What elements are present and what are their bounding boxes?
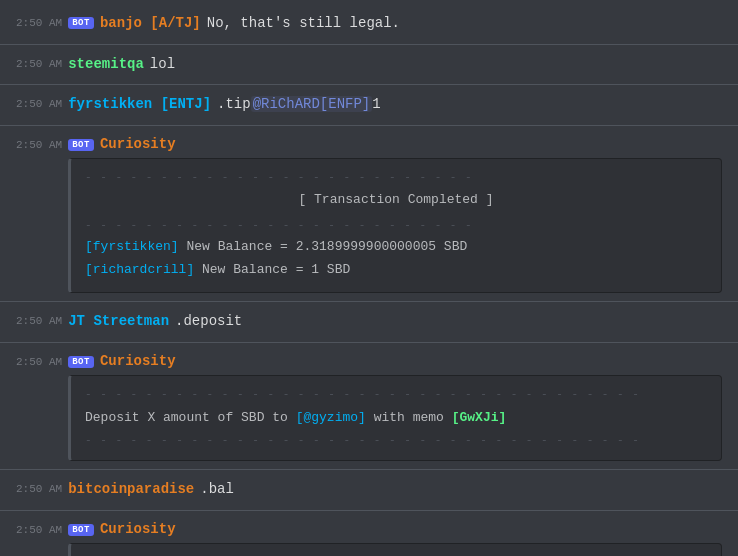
- message-row-2: 2:50 AM steemitqa lol: [16, 53, 722, 77]
- message-content-3b: 1: [372, 95, 380, 115]
- message-group-8: 2:50 AM BOT Curiosity Your Current Balan…: [0, 515, 738, 556]
- divider-3: [0, 125, 738, 126]
- divider-4: [0, 301, 738, 302]
- message-inline-2: steemitqa lol: [68, 55, 175, 75]
- timestamp-8: 2:50 AM: [16, 524, 62, 536]
- bot-badge-6: BOT: [68, 356, 94, 368]
- separator-mid: - - - - - - - - - - - - - - - - - - - - …: [85, 217, 707, 235]
- username-7: bitcoinparadise: [68, 481, 194, 497]
- mention-1: @RiChARD[ENFP]: [251, 96, 373, 112]
- message-row-7: 2:50 AM bitcoinparadise .bal: [16, 478, 722, 502]
- username-3: fyrstikken [ENTJ]: [68, 96, 211, 112]
- username-5: JT Streetman: [68, 313, 169, 329]
- message-inline-7: bitcoinparadise .bal: [68, 480, 234, 500]
- message-row-1: 2:50 AM BOT banjo [A/TJ] No, that's stil…: [16, 12, 722, 36]
- message-row-6: 2:50 AM BOT Curiosity: [16, 351, 722, 371]
- timestamp-6: 2:50 AM: [16, 356, 62, 368]
- message-group-2: 2:50 AM steemitqa lol: [0, 49, 738, 81]
- balance-text-1: New Balance = 2.3189999900000005 SBD: [179, 239, 468, 254]
- deposit-address: [@gyzimo]: [296, 410, 366, 425]
- balance-name-2: [richardcrill]: [85, 262, 194, 277]
- balance-line-1: [fyrstikken] New Balance = 2.31899999000…: [85, 237, 707, 258]
- divider-6: [0, 469, 738, 470]
- message-content-7: .bal: [200, 480, 234, 500]
- transaction-embed: - - - - - - - - - - - - - - - - - - - - …: [68, 158, 722, 294]
- bot-badge-1: BOT: [68, 17, 94, 29]
- bot-badge-4: BOT: [68, 139, 94, 151]
- divider-7: [0, 510, 738, 511]
- message-group-3: 2:50 AM fyrstikken [ENTJ] .tip @RiChARD[…: [0, 89, 738, 121]
- message-content-2: lol: [150, 55, 175, 75]
- timestamp-2: 2:50 AM: [16, 58, 62, 70]
- deposit-line: Deposit X amount of SBD to [@gyzimo] wit…: [85, 408, 707, 429]
- message-group-1: 2:50 AM BOT banjo [A/TJ] No, that's stil…: [0, 8, 738, 40]
- message-inline-5: JT Streetman .deposit: [68, 312, 242, 332]
- username-2: steemitqa: [68, 56, 144, 72]
- deposit-text-a: Deposit X amount of SBD to: [85, 410, 296, 425]
- timestamp-1: 2:50 AM: [16, 17, 62, 29]
- username-8: Curiosity: [100, 521, 176, 537]
- message-group-7: 2:50 AM bitcoinparadise .bal: [0, 474, 738, 506]
- message-group-6: 2:50 AM BOT Curiosity - - - - - - - - - …: [0, 347, 738, 465]
- message-content-1: No, that's still legal.: [207, 14, 400, 34]
- balance-embed: Your Current Balance = [ 0 SBD ]: [68, 543, 722, 556]
- balance-text-2: New Balance = 1 SBD: [194, 262, 350, 277]
- message-content-3: .tip: [217, 95, 251, 115]
- username-1: banjo [A/TJ]: [100, 15, 201, 31]
- deposit-memo: [GwXJi]: [452, 410, 507, 425]
- message-group-5: 2:50 AM JT Streetman .deposit: [0, 306, 738, 338]
- message-group-4: 2:50 AM BOT Curiosity - - - - - - - - - …: [0, 130, 738, 298]
- username-4: Curiosity: [100, 136, 176, 152]
- message-row-8: 2:50 AM BOT Curiosity: [16, 519, 722, 539]
- deposit-text-c: with memo: [366, 410, 452, 425]
- timestamp-7: 2:50 AM: [16, 483, 62, 495]
- message-inline-1: banjo [A/TJ] No, that's still legal.: [100, 14, 400, 34]
- separator-top: - - - - - - - - - - - - - - - - - - - - …: [85, 169, 707, 187]
- divider-1: [0, 44, 738, 45]
- timestamp-4: 2:50 AM: [16, 139, 62, 151]
- transaction-title: [ Transaction Completed ]: [85, 190, 707, 211]
- balance-line-2: [richardcrill] New Balance = 1 SBD: [85, 260, 707, 281]
- bot-badge-8: BOT: [68, 524, 94, 536]
- balance-name-1: [fyrstikken]: [85, 239, 179, 254]
- message-row-5: 2:50 AM JT Streetman .deposit: [16, 310, 722, 334]
- message-row-4: 2:50 AM BOT Curiosity: [16, 134, 722, 154]
- message-inline-3: fyrstikken [ENTJ] .tip @RiChARD[ENFP] 1: [68, 95, 380, 115]
- timestamp-3: 2:50 AM: [16, 98, 62, 110]
- divider-2: [0, 84, 738, 85]
- deposit-separator-bottom: - - - - - - - - - - - - - - - - - - - - …: [85, 432, 707, 450]
- message-row-3: 2:50 AM fyrstikken [ENTJ] .tip @RiChARD[…: [16, 93, 722, 117]
- divider-5: [0, 342, 738, 343]
- message-content-5: .deposit: [175, 312, 242, 332]
- username-6: Curiosity: [100, 353, 176, 369]
- deposit-embed: - - - - - - - - - - - - - - - - - - - - …: [68, 375, 722, 461]
- deposit-separator-top: - - - - - - - - - - - - - - - - - - - - …: [85, 386, 707, 404]
- timestamp-5: 2:50 AM: [16, 315, 62, 327]
